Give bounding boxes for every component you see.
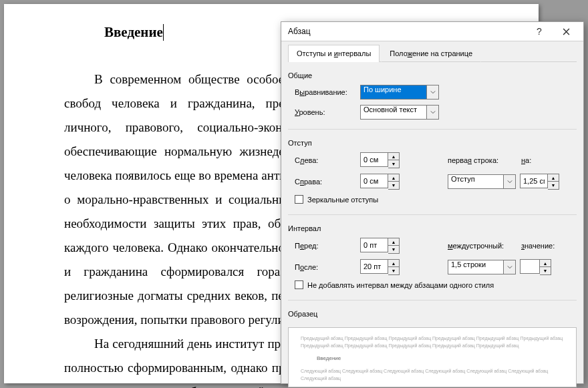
spin-down[interactable]: ▼ (548, 182, 559, 189)
indent-by-spinner[interactable]: ▲▼ (520, 174, 559, 190)
group-preview-label: Образец (288, 310, 577, 318)
title-text: Введение (104, 24, 163, 40)
spin-up[interactable]: ▲ (540, 260, 551, 267)
dialog-tabs: Отступы и интервалы Положение на страниц… (288, 44, 577, 62)
spin-down[interactable]: ▼ (388, 246, 399, 253)
help-button[interactable]: ? (526, 22, 553, 41)
chevron-down-icon[interactable] (504, 260, 516, 274)
spin-up[interactable]: ▲ (388, 238, 399, 246)
preview-prev-text: Предыдущий абзац Предыдущий абзац Предыд… (301, 335, 564, 349)
mirror-indents-checkbox[interactable]: Зеркальные отступы (295, 195, 577, 204)
group-spacing-label: Интервал (288, 224, 577, 232)
indent-left-label: Слева: (295, 156, 356, 164)
spacing-after-value[interactable] (360, 259, 388, 274)
chevron-down-icon[interactable] (504, 174, 516, 189)
no-space-same-style-checkbox[interactable]: Не добавлять интервал между абзацами одн… (295, 280, 577, 289)
tab-position[interactable]: Положение на странице (381, 45, 481, 62)
spin-down[interactable]: ▼ (540, 267, 551, 274)
alignment-label: Выравнивание: (295, 88, 356, 96)
group-general-label: Общие (288, 71, 577, 79)
close-button[interactable] (553, 22, 579, 41)
spin-up[interactable]: ▲ (548, 174, 559, 182)
indent-left-value[interactable] (360, 152, 388, 167)
indent-right-value[interactable] (360, 174, 388, 188)
spacing-before-spinner[interactable]: ▲▼ (360, 238, 400, 254)
paragraph-dialog: Абзац ? Отступы и интервалы Положение на… (281, 21, 584, 384)
spacing-at-label: значение: (521, 242, 555, 250)
spin-up[interactable]: ▲ (388, 153, 399, 160)
preview-current-text: Введение (317, 355, 564, 362)
spacing-after-label: После: (295, 263, 356, 271)
firstline-combo[interactable]: Отступ (448, 174, 516, 189)
tab-indents[interactable]: Отступы и интервалы (288, 45, 380, 62)
preview-box: Предыдущий абзац Предыдущий абзац Предыд… (288, 327, 577, 387)
spin-down[interactable]: ▼ (388, 182, 399, 189)
line-spacing-combo[interactable]: 1,5 строки (448, 260, 516, 274)
spacing-before-value[interactable] (360, 238, 388, 252)
indent-by-value[interactable] (520, 174, 548, 188)
indent-by-label: на: (521, 156, 539, 164)
line-spacing-label: междустрочный: (448, 242, 517, 250)
dialog-title: Абзац (288, 27, 526, 36)
dialog-titlebar[interactable]: Абзац ? (281, 22, 583, 41)
indent-right-spinner[interactable]: ▲▼ (360, 174, 400, 190)
spacing-before-label: Перед: (295, 242, 356, 250)
spin-up[interactable]: ▲ (388, 174, 399, 182)
spin-down[interactable]: ▼ (388, 160, 399, 168)
spin-up[interactable]: ▲ (388, 260, 399, 267)
firstline-value: Отступ (448, 174, 504, 189)
level-combo[interactable]: Основной текст (360, 105, 439, 120)
spacing-after-spinner[interactable]: ▲▼ (360, 259, 400, 275)
firstline-label: первая строка: (448, 156, 517, 164)
line-spacing-value: 1,5 строки (448, 260, 504, 274)
indent-right-label: Справа: (295, 178, 356, 186)
level-label: Уровень: (295, 108, 356, 116)
close-icon (563, 28, 570, 35)
preview-next-text: Следующий абзац Следующий абзац Следующи… (301, 367, 564, 382)
document-title: Введение (104, 24, 163, 41)
group-indent-label: Отступ (288, 139, 577, 147)
chevron-down-icon[interactable] (427, 85, 439, 100)
checkbox-icon (295, 195, 303, 204)
spin-down[interactable]: ▼ (388, 267, 399, 274)
alignment-combo[interactable]: По ширине (360, 85, 439, 100)
level-value: Основной текст (360, 105, 427, 120)
chevron-down-icon[interactable] (427, 105, 439, 120)
checkbox-icon (295, 280, 303, 289)
no-space-same-style-label: Не добавлять интервал между абзацами одн… (307, 281, 494, 289)
spacing-at-value[interactable] (520, 259, 540, 274)
indent-left-spinner[interactable]: ▲▼ (360, 152, 400, 168)
text-cursor (163, 24, 164, 41)
alignment-value: По ширине (360, 85, 427, 100)
spacing-at-spinner[interactable]: ▲▼ (520, 259, 551, 275)
mirror-indents-label: Зеркальные отступы (307, 196, 378, 204)
